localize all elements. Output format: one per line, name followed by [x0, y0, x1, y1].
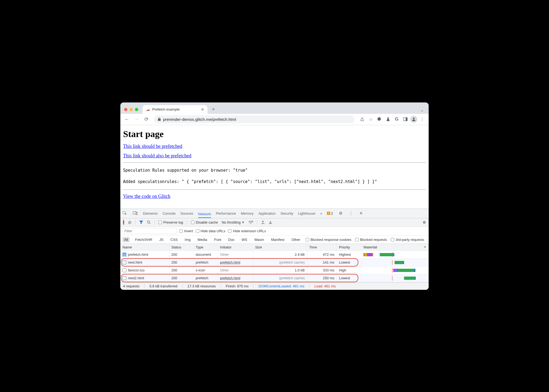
back-button[interactable]: ← — [123, 115, 131, 123]
device-toggle-icon[interactable] — [133, 211, 138, 215]
devtools-tab-elements[interactable]: Elements — [143, 210, 158, 217]
view-code-link[interactable]: View the code on Glitch — [123, 194, 170, 199]
devtools-tab-network[interactable]: Network — [198, 210, 211, 218]
devtools-tab-memory[interactable]: Memory — [241, 210, 254, 217]
devtools-tab-application[interactable]: Application — [259, 210, 276, 217]
column-size[interactable]: Size — [253, 244, 307, 251]
more-tabs-button[interactable]: » — [320, 211, 322, 215]
type-filter-fetch-xhr[interactable]: Fetch/XHR — [133, 237, 154, 242]
prefetch-link-1[interactable]: This link should be prefetched — [123, 144, 182, 149]
blocked-cookies-checkbox[interactable]: Blocked response cookies — [306, 238, 351, 242]
network-row[interactable]: favicon.ico200x-iconOther1.0 kB333 msHig… — [120, 266, 429, 274]
network-row[interactable]: next.html200prefetchprefetch.html(prefet… — [120, 258, 429, 266]
menu-button[interactable]: ⋮ — [418, 115, 426, 123]
reload-button[interactable]: ⟳ — [143, 115, 150, 123]
preserve-log-checkbox[interactable]: Preserve log — [158, 220, 183, 224]
bookmark-button[interactable]: ☆ — [367, 115, 375, 123]
type-filter-css[interactable]: CSS — [169, 237, 179, 242]
column-type[interactable]: Type — [193, 244, 218, 251]
close-devtools-button[interactable]: ✕ — [358, 211, 364, 216]
column-time[interactable]: Time — [307, 244, 337, 251]
status-finish: Finish: 875 ms — [221, 284, 249, 288]
toolbar-right: ☆ G ⋮ — [358, 115, 426, 123]
type-filter-manifest[interactable]: Manifest — [269, 237, 286, 242]
close-tab-button[interactable]: ✕ — [201, 107, 204, 112]
column-initiator[interactable]: Initiator — [218, 244, 253, 251]
hide-data-urls-checkbox[interactable]: Hide data URLs — [196, 229, 226, 233]
window-controls — [124, 108, 138, 111]
blocked-requests-checkbox[interactable]: Blocked requests — [355, 238, 387, 242]
favicon-icon: 🏎️ — [146, 107, 150, 112]
google-account-button[interactable]: G — [393, 115, 401, 123]
network-row[interactable]: prefetch.html200documentOther2.4 kB472 m… — [120, 251, 429, 258]
network-row[interactable]: next2.html200prefetchprefetch.html(prefe… — [120, 274, 429, 282]
devtools-menu-button[interactable]: ⋮ — [348, 211, 353, 216]
column-status[interactable]: Status — [169, 244, 193, 251]
filter-input[interactable] — [123, 228, 177, 234]
third-party-checkbox[interactable]: 3rd-party requests — [391, 238, 424, 242]
type-filter-js[interactable]: JS — [158, 237, 165, 242]
svg-point-2 — [413, 118, 415, 119]
forward-button[interactable]: → — [133, 115, 140, 123]
browser-tab[interactable]: 🏎️ Prefetch example ✕ — [143, 105, 207, 114]
maximize-window-button[interactable] — [135, 108, 138, 111]
devtools-tab-lighthouse[interactable]: Lighthouse — [298, 210, 315, 217]
new-tab-button[interactable]: ＋ — [210, 106, 217, 112]
column-priority[interactable]: Priority — [337, 244, 361, 251]
devtools-status-bar: 4 requests 5.6 kB transferred 17.3 kB re… — [120, 282, 429, 290]
devtools-tab-performance[interactable]: Performance — [216, 210, 236, 217]
type-filter-font[interactable]: Font — [213, 237, 223, 242]
profile-button[interactable] — [410, 116, 417, 123]
tabs-dropdown-button[interactable]: ⌄ — [421, 108, 424, 112]
type-filter-media[interactable]: Media — [196, 237, 209, 242]
type-filter-row: AllFetch/XHRJSCSSImgMediaFontDocWSWasmMa… — [120, 236, 429, 244]
type-filter-ws[interactable]: WS — [240, 237, 249, 242]
column-waterfall[interactable]: Waterfall — [361, 244, 429, 251]
download-har-icon[interactable] — [269, 220, 272, 224]
clear-button[interactable]: ⊘ — [128, 220, 131, 225]
network-settings-icon[interactable]: ⚙ — [423, 220, 426, 224]
invert-checkbox[interactable]: Invert — [179, 229, 193, 233]
devtools-tab-sources[interactable]: Sources — [180, 210, 193, 217]
page-content: Start page This link should be prefetche… — [120, 125, 429, 208]
devtools: ElementsConsoleSourcesNetworkPerformance… — [120, 208, 429, 290]
close-window-button[interactable] — [124, 108, 127, 111]
type-filter-doc[interactable]: Doc — [227, 237, 236, 242]
status-load: Load: 481 ms — [309, 284, 336, 288]
network-conditions-icon[interactable] — [248, 220, 253, 224]
type-filter-wasm[interactable]: Wasm — [253, 237, 266, 242]
share-button[interactable] — [358, 115, 366, 123]
inspect-icon[interactable] — [123, 211, 128, 215]
minimize-window-button[interactable] — [130, 108, 133, 111]
type-filter-other[interactable]: Other — [290, 237, 302, 242]
labs-button[interactable] — [384, 115, 392, 123]
file-icon — [123, 261, 126, 264]
status-resources: 17.3 kB resources — [182, 284, 216, 288]
hide-extension-urls-checkbox[interactable]: Hide extension URLs — [228, 229, 266, 233]
throttling-select[interactable]: No throttling ▼ — [222, 220, 244, 224]
svg-rect-5 — [136, 212, 138, 215]
type-filter-img[interactable]: Img — [183, 237, 192, 242]
lock-icon — [158, 117, 161, 121]
upload-har-icon[interactable] — [261, 220, 265, 224]
file-icon — [123, 276, 126, 280]
search-icon[interactable] — [147, 220, 151, 224]
settings-icon[interactable]: ⚙ — [338, 211, 343, 216]
type-filter-all[interactable]: All — [123, 237, 130, 242]
devtools-tab-security[interactable]: Security — [280, 210, 293, 217]
address-bar[interactable]: prerender-demos.glitch.me/prefetch.html — [154, 115, 355, 123]
record-button[interactable] — [123, 220, 124, 224]
devtools-tab-console[interactable]: Console — [163, 210, 176, 217]
svg-rect-4 — [133, 212, 136, 214]
column-name[interactable]: Name — [120, 244, 169, 251]
prefetch-link-2[interactable]: This link should also be prefetched — [123, 153, 191, 158]
extensions-button[interactable] — [376, 115, 383, 123]
network-table: NameStatusTypeInitiatorSizeTimePriorityW… — [120, 244, 429, 282]
side-panel-button[interactable] — [402, 115, 409, 123]
network-table-wrap: NameStatusTypeInitiatorSizeTimePriorityW… — [120, 244, 429, 282]
svg-rect-3 — [123, 211, 125, 214]
filter-toggle-icon[interactable] — [139, 221, 143, 224]
disable-cache-checkbox[interactable]: Disable cache — [191, 220, 218, 224]
warnings-badge[interactable]: !2 — [327, 211, 333, 215]
status-transferred: 5.6 kB transferred — [144, 284, 177, 288]
